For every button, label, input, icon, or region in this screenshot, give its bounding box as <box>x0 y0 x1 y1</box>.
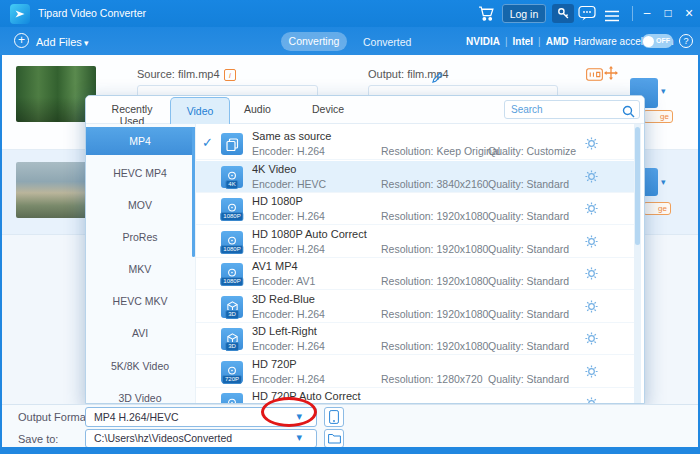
format-row-hd-1080p-auto-correct[interactable]: 1080P HD 1080P Auto Correct Encoder: H.2… <box>196 226 634 258</box>
film-reel-icon: 1080P <box>221 263 243 285</box>
category-avi[interactable]: AVI <box>86 323 194 343</box>
add-files-icon[interactable]: + <box>14 33 29 48</box>
format-row-4k-video[interactable]: 4K 4K Video Encoder: HEVC Resolution: 38… <box>196 161 634 193</box>
app-logo-icon <box>10 4 30 24</box>
search-icon[interactable] <box>622 104 635 122</box>
sidebar-scrollbar[interactable] <box>192 127 195 257</box>
format-row-3d-left-right[interactable]: 3D 3D Left-Right Encoder: H.264 Resoluti… <box>196 323 634 355</box>
format-encoder: Encoder: H.264 <box>252 340 325 352</box>
settings-gear-icon[interactable] <box>584 201 599 220</box>
save-to-caret-icon[interactable]: ▾ <box>296 431 302 444</box>
window-left-border <box>0 55 2 447</box>
category-mp4[interactable]: MP4 <box>86 131 194 151</box>
format-badge: 4K <box>225 180 238 189</box>
maximize-button[interactable]: □ <box>660 4 676 23</box>
vendor-separator: | <box>538 36 541 47</box>
format-resolution: Resolution: 1920x1080 <box>381 308 488 320</box>
settings-gear-icon[interactable] <box>584 266 599 285</box>
minimize-button[interactable]: – <box>639 4 655 23</box>
settings-gear-icon[interactable] <box>584 136 599 155</box>
search-input[interactable] <box>509 102 621 117</box>
hardware-acceleration-toggle[interactable]: OFF <box>642 34 673 48</box>
tab-converted[interactable]: Converted <box>363 36 411 48</box>
settings-gear-icon[interactable] <box>584 331 599 350</box>
format-resolution: Resolution: Keep Original <box>381 145 500 157</box>
vendor-nvidia: NVIDIA <box>466 36 500 47</box>
tab-device[interactable]: Device <box>312 103 344 115</box>
format-badge: 3D <box>225 342 239 351</box>
row1-format-caret-icon[interactable]: ▾ <box>661 86 666 96</box>
settings-gear-icon[interactable] <box>584 364 599 383</box>
format-title: HD 720P <box>252 358 297 370</box>
format-quality: Quality: Standard <box>488 210 569 222</box>
format-quality: Quality: Standard <box>488 308 569 320</box>
video-thumbnail-1 <box>16 66 96 122</box>
register-key-button[interactable] <box>552 4 574 23</box>
format-title: 3D Red-Blue <box>252 293 315 305</box>
format-row-av1-mp4[interactable]: 1080P AV1 MP4 Encoder: AV1 Resolution: 1… <box>196 258 634 290</box>
format-quality: Quality: Standard <box>488 373 569 385</box>
format-row-same-as-source[interactable]: ✓ Same as source Encoder: H.264 Resoluti… <box>196 128 634 160</box>
titlebar-divider <box>632 6 633 21</box>
tab-video[interactable]: Video <box>170 97 230 124</box>
format-resolution: Resolution: 3840x2160 <box>381 178 488 190</box>
menu-icon[interactable] <box>604 8 620 26</box>
close-button[interactable]: × <box>681 4 697 23</box>
save-to-select[interactable]: C:\Users\hz\VideosConverted ▾ <box>85 429 317 448</box>
source-file-label: Source: film.mp4 <box>137 68 220 80</box>
tab-audio[interactable]: Audio <box>244 103 271 115</box>
edit-icon[interactable] <box>586 67 603 85</box>
format-title: 4K Video <box>252 163 296 175</box>
format-row-hd-1080p[interactable]: 1080P HD 1080P Encoder: H.264 Resolution… <box>196 193 634 225</box>
category-hevc-mp4[interactable]: HEVC MP4 <box>86 163 194 183</box>
format-row-hd-720p[interactable]: 720P HD 720P Encoder: H.264 Resolution: … <box>196 356 634 388</box>
folder-icon[interactable] <box>324 429 344 448</box>
settings-gear-icon[interactable] <box>584 299 599 318</box>
media-info-icon[interactable]: i <box>224 69 236 81</box>
cart-icon[interactable] <box>478 6 495 25</box>
row2-format-caret-icon[interactable]: ▾ <box>661 177 666 187</box>
format-dropdown-panel: Recently Used Video Audio Device MP4 HEV… <box>85 95 645 404</box>
format-resolution: Resolution: 1920x1080 <box>381 210 488 222</box>
format-resolution: Resolution: 1920x1080 <box>381 340 488 352</box>
list-scrollbar-thumb[interactable] <box>635 127 640 245</box>
format-badge: 3D <box>225 310 239 319</box>
help-icon[interactable]: ? <box>679 34 693 48</box>
category-3d-video[interactable]: 3D Video <box>86 388 194 404</box>
film-reel-icon: 4K <box>221 166 243 188</box>
format-quality: Quality: Standard <box>488 178 569 190</box>
format-encoder: Encoder: H.264 <box>252 308 325 320</box>
settings-gear-icon[interactable] <box>584 234 599 253</box>
row2-clipped-badge: ge <box>643 202 671 215</box>
settings-gear-icon[interactable] <box>584 396 599 404</box>
format-encoder: Encoder: H.264 <box>252 210 325 222</box>
tab-converting[interactable]: Converting <box>281 32 347 51</box>
search-box[interactable] <box>504 100 640 119</box>
add-files-button[interactable]: Add Files <box>36 36 82 48</box>
format-badge: 1080P <box>220 277 243 286</box>
save-to-label: Save to: <box>18 433 58 445</box>
format-badge: 720P <box>222 375 242 384</box>
format-row-3d-red-blue[interactable]: 3D 3D Red-Blue Encoder: H.264 Resolution… <box>196 291 634 323</box>
film-reel-icon: 720P <box>221 361 243 383</box>
login-button[interactable]: Log in <box>502 4 546 23</box>
crop-icon[interactable] <box>604 66 618 84</box>
cube-3d-icon: 3D <box>221 328 243 350</box>
settings-gear-icon[interactable] <box>584 169 599 188</box>
film-reel-icon: 1080P <box>221 231 243 253</box>
window-bottom-border <box>0 447 700 454</box>
save-to-value: C:\Users\hz\VideosConverted <box>94 432 232 444</box>
category-mov[interactable]: MOV <box>86 195 194 215</box>
format-title: HD 1080P <box>252 195 303 207</box>
feedback-icon[interactable] <box>578 5 597 26</box>
cube-3d-icon: 3D <box>221 296 243 318</box>
category-mkv[interactable]: MKV <box>86 259 194 279</box>
device-profile-icon[interactable] <box>324 407 344 427</box>
format-quality: Quality: Customize <box>488 145 576 157</box>
category-5k8k-video[interactable]: 5K/8K Video <box>86 356 194 376</box>
category-prores[interactable]: ProRes <box>86 227 194 247</box>
format-row-hd-720p-auto-correct[interactable]: 720P HD 720P Auto Correct Encoder: H.264… <box>196 388 634 404</box>
toggle-state-label: OFF <box>656 37 670 44</box>
category-hevc-mkv[interactable]: HEVC MKV <box>86 291 194 311</box>
add-files-caret-icon[interactable]: ▾ <box>84 38 89 48</box>
